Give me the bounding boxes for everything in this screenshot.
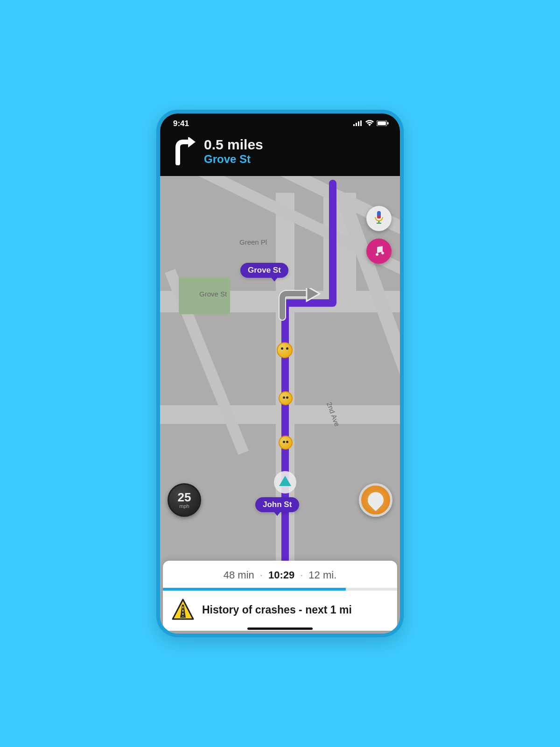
nav-street: Grove St	[204, 153, 263, 166]
phone-frame: 9:41	[156, 110, 404, 637]
map-canvas[interactable]: Green Pl Grove St 2nd Ave Grove St John …	[160, 113, 400, 634]
status-bar: 9:41	[160, 113, 400, 130]
cellular-icon	[353, 119, 363, 128]
trip-summary-card[interactable]: 48 min · 10:29 · 12 mi. History of crash…	[163, 561, 397, 631]
svg-rect-2	[358, 121, 359, 126]
nav-distance: 0.5 miles	[204, 137, 263, 153]
eta-row: 48 min · 10:29 · 12 mi.	[163, 561, 397, 588]
road-hazard-icon	[171, 598, 195, 621]
wifi-icon	[365, 119, 374, 128]
svg-rect-6	[387, 122, 389, 125]
turn-right-icon	[171, 137, 196, 165]
svg-rect-0	[353, 124, 355, 126]
home-indicator[interactable]	[247, 627, 313, 630]
svg-rect-1	[356, 123, 357, 126]
hazard-alert[interactable]: History of crashes - next 1 mi	[163, 591, 397, 631]
eta-arrival-time: 10:29	[268, 569, 294, 581]
trip-progress-bar	[163, 588, 397, 591]
battery-icon	[377, 119, 389, 128]
eta-distance: 12 mi.	[308, 569, 336, 581]
clock: 9:41	[173, 119, 189, 128]
trip-progress-fill	[163, 588, 346, 591]
svg-rect-3	[360, 120, 362, 126]
eta-duration: 48 min	[224, 569, 254, 581]
svg-rect-5	[378, 121, 386, 125]
svg-marker-12	[188, 137, 196, 148]
hazard-alert-text: History of crashes - next 1 mi	[202, 603, 352, 617]
